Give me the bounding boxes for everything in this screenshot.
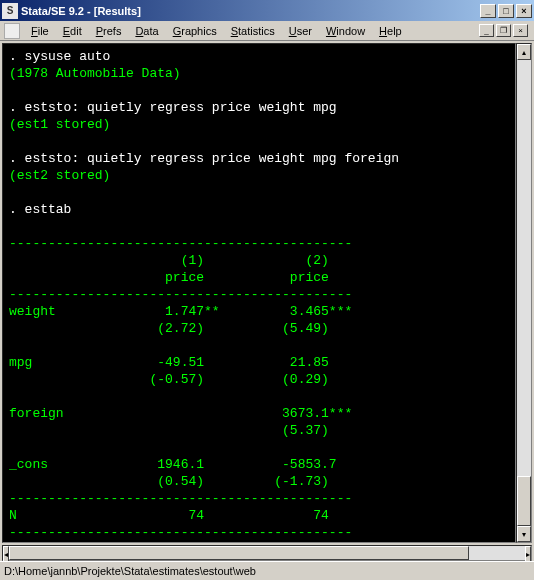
- menu-statistics[interactable]: Statistics: [224, 23, 282, 39]
- status-path: D:\Home\jannb\Projekte\Stata\estimates\e…: [4, 565, 256, 577]
- content-area: . sysuse auto (1978 Automobile Data) . e…: [0, 41, 534, 545]
- table-row: (0.54) (-1.73): [9, 474, 352, 489]
- scroll-up-icon[interactable]: ▴: [517, 44, 531, 60]
- cmd-line: . esttab: [9, 202, 71, 217]
- table-row: weight 1.747** 3.465***: [9, 304, 352, 319]
- scroll-track-h[interactable]: [9, 546, 525, 560]
- cmd-line: . eststo: quietly regress price weight m…: [9, 151, 399, 166]
- mdi-buttons: _ ❐ ×: [479, 24, 528, 37]
- table-row: (2.72) (5.49): [9, 321, 352, 336]
- mdi-restore[interactable]: ❐: [496, 24, 511, 37]
- table-rule: ----------------------------------------…: [9, 236, 352, 251]
- table-row: mpg -49.51 21.85: [9, 355, 352, 370]
- horizontal-scrollbar[interactable]: ◂ ▸: [2, 545, 532, 561]
- menu-graphics[interactable]: Graphics: [166, 23, 224, 39]
- mdi-close[interactable]: ×: [513, 24, 528, 37]
- mdi-minimize[interactable]: _: [479, 24, 494, 37]
- table-row: _cons 1946.1 -5853.7: [9, 457, 360, 472]
- app-icon: S: [2, 3, 18, 19]
- window-buttons: _ □ ×: [480, 4, 532, 18]
- table-row: (5.37): [9, 423, 352, 438]
- maximize-button[interactable]: □: [498, 4, 514, 18]
- menu-prefs[interactable]: Prefs: [89, 23, 129, 39]
- output-line: (1978 Automobile Data): [9, 66, 181, 81]
- table-note: t statistics in parentheses: [9, 542, 220, 543]
- results-terminal[interactable]: . sysuse auto (1978 Automobile Data) . e…: [2, 43, 516, 543]
- menu-data[interactable]: Data: [128, 23, 165, 39]
- titlebar: S Stata/SE 9.2 - [Results] _ □ ×: [0, 0, 534, 21]
- vertical-scrollbar[interactable]: ▴ ▾: [516, 43, 532, 543]
- mdi-icon: [4, 23, 20, 39]
- table-row: foreign 3673.1***: [9, 406, 352, 421]
- minimize-button[interactable]: _: [480, 4, 496, 18]
- statusbar: D:\Home\jannb\Projekte\Stata\estimates\e…: [0, 561, 534, 580]
- scroll-down-icon[interactable]: ▾: [517, 526, 531, 542]
- cmd-line: . sysuse auto: [9, 49, 110, 64]
- table-header: (1) (2): [9, 253, 352, 268]
- scroll-track[interactable]: [517, 60, 531, 526]
- close-button[interactable]: ×: [516, 4, 532, 18]
- menubar: File Edit Prefs Data Graphics Statistics…: [0, 21, 534, 41]
- table-rule: ----------------------------------------…: [9, 287, 352, 302]
- menu-user[interactable]: User: [282, 23, 319, 39]
- scroll-thumb[interactable]: [517, 476, 531, 526]
- scroll-right-icon[interactable]: ▸: [525, 546, 531, 562]
- table-header: price price: [9, 270, 352, 285]
- output-line: (est1 stored): [9, 117, 110, 132]
- window-title: Stata/SE 9.2 - [Results]: [21, 5, 480, 17]
- output-line: (est2 stored): [9, 168, 110, 183]
- scroll-thumb-h[interactable]: [9, 546, 469, 560]
- menu-edit[interactable]: Edit: [56, 23, 89, 39]
- table-row: N 74 74: [9, 508, 352, 523]
- cmd-line: . eststo: quietly regress price weight m…: [9, 100, 337, 115]
- menu-help[interactable]: Help: [372, 23, 409, 39]
- table-rule: ----------------------------------------…: [9, 525, 352, 540]
- table-rule: ----------------------------------------…: [9, 491, 352, 506]
- menu-window[interactable]: Window: [319, 23, 372, 39]
- menu-file[interactable]: File: [24, 23, 56, 39]
- table-row: (-0.57) (0.29): [9, 372, 352, 387]
